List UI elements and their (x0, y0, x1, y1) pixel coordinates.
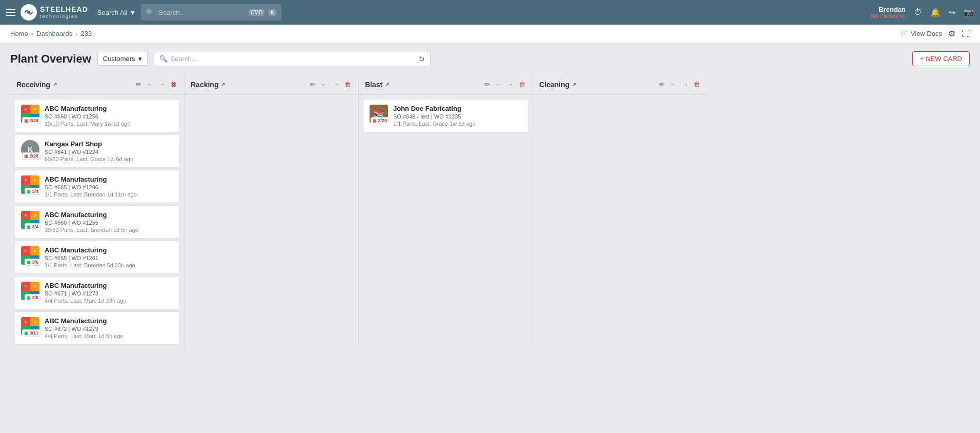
card-so-wo: SO #648 - test | WO #1235 (393, 113, 522, 120)
card-parts: 1/1 Parts, Last: Grace 1w 6d ago (393, 121, 522, 127)
card-date: 2/28 (29, 153, 38, 159)
card-parts: 10/10 Parts, Last: Mary 1w 1d ago (45, 121, 173, 127)
chevron-down-icon: ▾ (138, 55, 142, 63)
kanban-card[interactable]: 📚 ▦ 2/20 John Doe Fabricating SO #648 - … (363, 99, 528, 132)
calendar-icon: ▦ (24, 331, 28, 336)
column-header-racking: Racking ↗ ✏ ← → 🗑 (185, 74, 358, 95)
svg-point-0 (27, 11, 30, 14)
external-link-icon[interactable]: ↗ (221, 82, 225, 87)
external-link-icon[interactable]: ↗ (385, 82, 389, 87)
user-clock-status: Not Clocked In! (871, 13, 906, 19)
kanban-column-blast: Blast ↗ ✏ ← → 🗑 📚 ▦ 2/20 John (359, 74, 533, 349)
card-avatar-wrap: K ▦ 2/28 (21, 140, 39, 159)
customers-dropdown[interactable]: Customers ▾ (97, 52, 148, 66)
card-company: ABC Manufacturing (45, 211, 173, 219)
search-input[interactable] (158, 9, 244, 16)
kanban-card[interactable]: A B C M ▦ 3/11 ABC Manufacturing SO #672… (14, 311, 180, 345)
move-left-button[interactable]: ← (669, 80, 678, 89)
cards-container-blast: 📚 ▦ 2/20 John Doe Fabricating SO #648 - … (359, 95, 533, 136)
refresh-icon[interactable]: ↻ (419, 55, 425, 63)
kanban-card[interactable]: A B C M ▦ 3/6 ABC Manufacturing SO #665 … (14, 241, 180, 274)
card-parts: 1/1 Parts, Last: Brendan 1d 11m ago (45, 191, 173, 198)
external-link-icon[interactable]: ↗ (572, 82, 576, 87)
breadcrumb-bar: Home › Dashboards › 233 📄 View Docs ⚙ ⛶ (0, 25, 980, 43)
move-left-button[interactable]: ← (146, 80, 154, 89)
logo: STEELHEAD technologies (21, 4, 88, 21)
search-icon: 🔍 (146, 9, 154, 16)
search-all-button[interactable]: Search All ▼ (97, 9, 136, 16)
column-title-receiving: Receiving ↗ (16, 81, 132, 89)
delete-column-button[interactable]: 🗑 (169, 80, 178, 89)
logout-icon[interactable]: ↪ (949, 8, 955, 17)
filter-search-bar[interactable]: 🔍 ↻ (154, 52, 431, 66)
top-nav: STEELHEAD technologies Search All ▼ 🔍 CM… (0, 0, 980, 25)
calendar-icon: ▦ (27, 225, 31, 229)
card-date-badge: ▦ 3/4 (25, 188, 40, 195)
card-date: 3/4 (32, 224, 38, 229)
edit-column-button[interactable]: ✏ (658, 80, 666, 89)
card-so-wo: SO #672 | WO #1279 (45, 326, 173, 332)
column-header-receiving: Receiving ↗ ✏ ← → 🗑 (10, 74, 184, 95)
edit-column-button[interactable]: ✏ (483, 80, 491, 89)
column-actions-cleaning: ✏ ← → 🗑 (658, 80, 701, 89)
kanban-card[interactable]: A B C M ▦ 3/4 ABC Manufacturing SO #665 … (14, 170, 180, 203)
card-company: ABC Manufacturing (45, 282, 173, 289)
card-avatar-wrap: A B C M ▦ 3/4 (21, 211, 39, 229)
new-card-button[interactable]: + NEW CARD (912, 51, 970, 66)
move-right-button[interactable]: → (506, 80, 515, 89)
move-right-button[interactable]: → (157, 80, 166, 89)
card-company: ABC Manufacturing (45, 175, 173, 183)
logo-name: STEELHEAD (40, 6, 88, 13)
column-title-racking: Racking ↗ (191, 81, 306, 89)
kanban-card[interactable]: A B C M ▦ 3/8 ABC Manufacturing SO #671 … (14, 276, 180, 309)
breadcrumb-home[interactable]: Home (10, 30, 28, 37)
card-date-badge: ▦ 3/4 (25, 223, 40, 230)
card-parts: 4/4 Parts, Last: Marc 1d 5h ago (45, 333, 173, 339)
card-date-badge: ▦ 3/8 (25, 294, 40, 301)
cards-container-receiving: A B C M ▦ 2/20 ABC Manufacturing SO #660… (10, 95, 184, 349)
card-parts: 60/60 Parts, Last: Grace 1w 6d ago (45, 156, 173, 162)
card-date-badge: ▦ 2/20 (22, 117, 40, 124)
card-parts: 30/30 Parts, Last: Brendan 1d 5h ago (45, 227, 173, 233)
view-docs-button[interactable]: 📄 View Docs (900, 30, 942, 37)
kanban-card[interactable]: A B C M ▦ 3/4 ABC Manufacturing SO #660 … (14, 205, 180, 239)
delete-column-button[interactable]: 🗑 (518, 80, 526, 89)
delete-column-button[interactable]: 🗑 (692, 80, 701, 89)
move-right-button[interactable]: → (332, 80, 340, 89)
calendar-icon: ▦ (27, 260, 31, 265)
breadcrumb-dashboards[interactable]: Dashboards (36, 30, 72, 37)
settings-icon[interactable]: ⚙ (948, 29, 955, 38)
kanban-column-receiving: Receiving ↗ ✏ ← → 🗑 A B C M (10, 74, 185, 349)
card-so-wo: SO #660 | WO #1256 (45, 113, 173, 120)
logo-subtitle: technologies (40, 14, 88, 19)
filter-search-input[interactable] (171, 55, 416, 63)
column-header-cleaning: Cleaning ↗ ✏ ← → 🗑 (533, 74, 707, 95)
calendar-icon: ▦ (27, 296, 31, 300)
kanban-card[interactable]: A B C M ▦ 2/20 ABC Manufacturing SO #660… (14, 99, 180, 132)
page-title: Plant Overview (10, 52, 91, 66)
column-title-blast: Blast ↗ (365, 81, 480, 89)
kanban-card[interactable]: K ▦ 2/28 Kangas Part Shop SO #641 | WO #… (14, 134, 180, 168)
hamburger-menu[interactable] (6, 9, 15, 16)
card-date-badge: ▦ 3/6 (25, 259, 40, 266)
external-link-icon[interactable]: ↗ (53, 82, 57, 87)
bell-icon[interactable]: 🔔 (930, 8, 941, 17)
card-company: ABC Manufacturing (45, 317, 173, 325)
calendar-icon: ▦ (24, 154, 28, 159)
move-right-button[interactable]: → (681, 80, 689, 89)
user-name: Brendan (871, 6, 906, 13)
edit-column-button[interactable]: ✏ (135, 80, 142, 89)
clock-icon[interactable]: ⏱ (914, 8, 922, 17)
move-left-button[interactable]: ← (320, 80, 329, 89)
card-date-badge: ▦ 2/20 (371, 117, 389, 124)
calendar-icon: ▦ (373, 119, 377, 123)
expand-icon[interactable]: ⛶ (962, 29, 970, 38)
camera-icon[interactable]: 📷 (964, 8, 974, 17)
page-header: Plant Overview Customers ▾ 🔍 ↻ + NEW CAR… (10, 51, 970, 66)
delete-column-button[interactable]: 🗑 (343, 80, 352, 89)
nav-right: Brendan Not Clocked In! ⏱ 🔔 ↪ 📷 (871, 6, 974, 19)
user-info: Brendan Not Clocked In! (871, 6, 906, 19)
edit-column-button[interactable]: ✏ (309, 80, 317, 89)
global-search-bar[interactable]: 🔍 CMD K (141, 4, 281, 21)
move-left-button[interactable]: ← (494, 80, 503, 89)
